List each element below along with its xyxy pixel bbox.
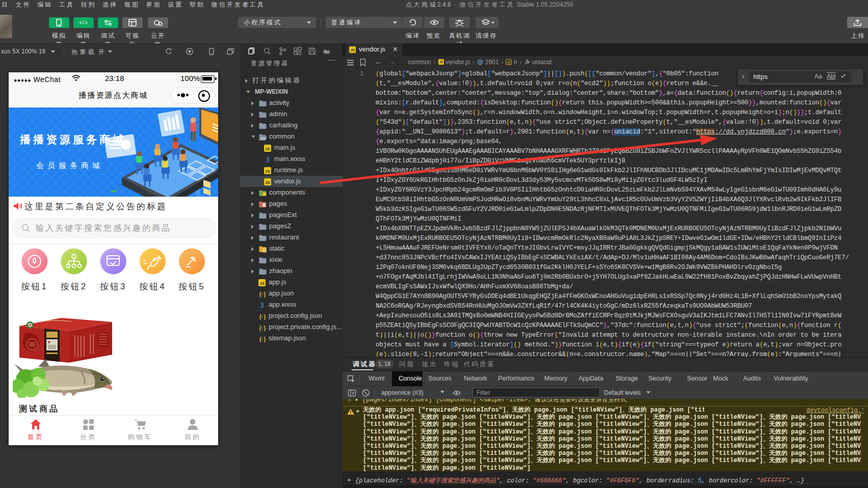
svg-text:3: 3 bbox=[266, 156, 270, 163]
svg-text:按钮3: 按钮3 bbox=[100, 282, 126, 291]
svg-text:按钮4: 按钮4 bbox=[139, 282, 166, 291]
svg-text:{⋅}: {⋅} bbox=[259, 313, 266, 320]
svg-text:{⋅}: {⋅} bbox=[259, 291, 266, 298]
svg-text:{⋅}: {⋅} bbox=[259, 336, 266, 343]
svg-text:3: 3 bbox=[260, 302, 264, 309]
svg-text:JS: JS bbox=[439, 60, 443, 64]
svg-text:{⋅}: {⋅} bbox=[259, 324, 266, 332]
svg-text:会员服务商城: 会员服务商城 bbox=[36, 161, 103, 170]
svg-text:@: @ bbox=[508, 61, 510, 65]
svg-text:JS: JS bbox=[259, 281, 265, 286]
svg-text:按钮1: 按钮1 bbox=[21, 282, 47, 291]
svg-text:JS: JS bbox=[265, 180, 270, 185]
svg-text:按钮2: 按钮2 bbox=[61, 282, 87, 291]
svg-text:JS: JS bbox=[265, 169, 270, 174]
svg-text:JS: JS bbox=[265, 147, 270, 151]
svg-text:按钮5: 按钮5 bbox=[178, 282, 205, 291]
svg-text:播播资源服务商城: 播播资源服务商城 bbox=[19, 133, 126, 145]
